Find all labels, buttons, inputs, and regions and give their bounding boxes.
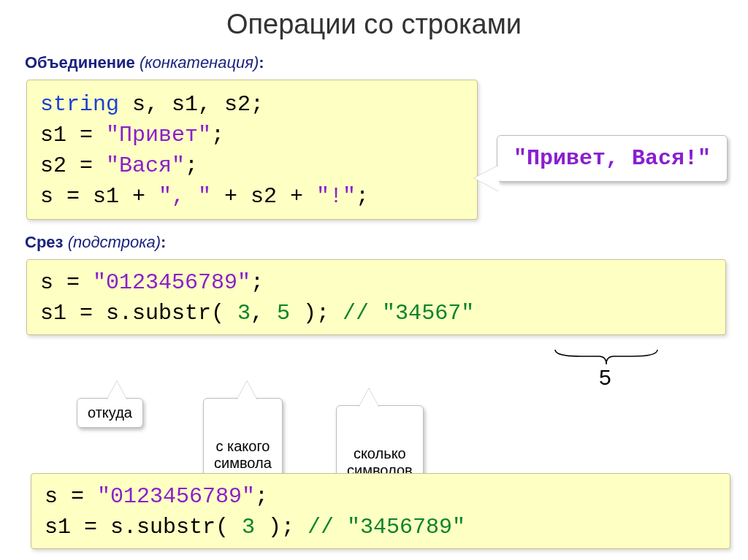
code-text: + s2 + — [211, 184, 316, 209]
string-literal: "0123456789" — [93, 270, 251, 295]
callout-from: откуда — [77, 398, 143, 428]
section2-heading-italic: (подстрока) — [68, 233, 161, 251]
brace-label-five: 5 — [599, 365, 611, 390]
section2-heading-bold: Срез — [25, 233, 64, 251]
keyword-string: string — [40, 92, 119, 117]
code-line: s1 = s.substr( 3 ); // "3456789" — [45, 512, 717, 542]
string-literal: ", " — [159, 184, 211, 209]
code-text: ); — [290, 301, 343, 326]
page-title: Операции со строками — [22, 9, 726, 40]
comment: // "3456789" — [308, 515, 465, 540]
spacer — [22, 220, 726, 230]
code-line: string s, s1, s2; — [40, 89, 464, 120]
callout-which-char: с какого символа — [203, 398, 283, 478]
code-block-substr1: s = "0123456789"; s1 = s.substr( 3, 5 );… — [26, 259, 726, 335]
number-literal: 5 — [277, 301, 290, 326]
number-literal: 3 — [242, 515, 255, 540]
code-text: s = s1 + — [40, 184, 159, 209]
code-text: ; — [185, 153, 198, 178]
code-text: ); — [255, 515, 308, 540]
callout-tail-icon — [474, 165, 499, 191]
section1-heading: Объединение (конкатенация): — [25, 53, 726, 72]
callout-tail-icon — [107, 381, 127, 400]
string-literal: "!" — [316, 184, 356, 209]
code-text: s, s1, s2; — [119, 92, 264, 117]
callout-from-text: откуда — [88, 404, 132, 421]
code-text: s1 = s.substr( — [45, 515, 242, 540]
section1-heading-bold: Объединение — [25, 53, 135, 72]
string-literal: "Привет" — [106, 123, 211, 147]
code-text: s1 = — [40, 123, 106, 147]
section2-heading: Срез (подстрока): — [25, 233, 726, 252]
code-text: ; — [211, 123, 224, 147]
code-text: ; — [356, 184, 369, 209]
callout-tail-icon — [237, 381, 257, 400]
code-text: s2 = — [40, 153, 106, 178]
code-line: s1 = s.substr( 3, 5 ); // "34567" — [40, 298, 712, 329]
code-text: s = — [45, 484, 97, 509]
callout-result-text: "Привет, Вася!" — [514, 146, 711, 171]
callout-which-text: с какого символа — [214, 438, 272, 471]
comment: // "34567" — [343, 301, 474, 326]
code-text: ; — [255, 484, 268, 509]
slide: Операции со строками Объединение (конкат… — [0, 0, 748, 560]
code-text: s1 = s.substr( — [40, 301, 237, 326]
brace-under-34567 — [552, 350, 661, 366]
callout-result: "Привет, Вася!" — [497, 135, 728, 182]
curly-brace-icon — [552, 350, 661, 366]
string-literal: "0123456789" — [97, 484, 255, 509]
code-block-substr2: s = "0123456789"; s1 = s.substr( 3 ); //… — [31, 473, 730, 549]
code-line: s = "0123456789"; — [45, 481, 717, 512]
section2-heading-colon: : — [161, 233, 166, 251]
section1-heading-colon: : — [259, 53, 264, 72]
string-literal: "Вася" — [106, 153, 185, 178]
code-text: , — [251, 301, 277, 326]
code-line: s2 = "Вася"; — [40, 150, 464, 181]
code-block-concat: string s, s1, s2; s1 = "Привет"; s2 = "В… — [26, 80, 478, 220]
code-text: ; — [251, 270, 264, 295]
callout-tail-icon — [359, 388, 379, 407]
section1-heading-italic: (конкатенация) — [140, 53, 259, 72]
code-line: s1 = "Привет"; — [40, 120, 464, 150]
code-line: s = "0123456789"; — [40, 267, 712, 298]
number-literal: 3 — [237, 301, 251, 326]
code-line: s = s1 + ", " + s2 + "!"; — [40, 181, 464, 212]
code-text: s = — [40, 270, 93, 295]
